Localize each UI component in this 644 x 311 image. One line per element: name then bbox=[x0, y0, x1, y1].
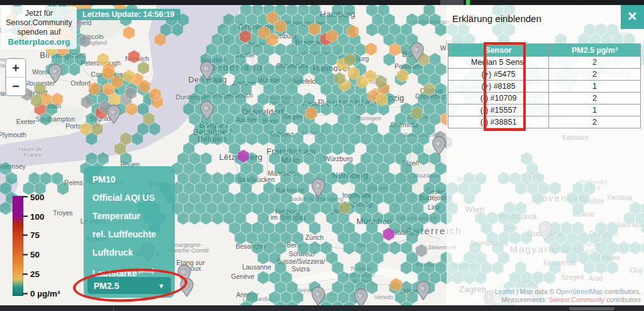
scale-tick-25: 25 bbox=[23, 269, 40, 279]
explanation-panel: Erklärung einblenden ✕ SensorPM2.5 µg/m³… bbox=[447, 5, 644, 305]
bottom-strip-divider bbox=[113, 305, 114, 311]
scale-tick-75: 75 bbox=[23, 230, 40, 240]
donate-line1: Jetzt für bbox=[3, 9, 75, 18]
map-label: Würzburg bbox=[324, 155, 353, 162]
layer-item-luftfeuchte[interactable]: rel. Luftfeuchte bbox=[84, 225, 175, 244]
sensor-table: SensorPM2.5 µg/m³ Median 5 Sens.2(+) #54… bbox=[448, 43, 641, 128]
panel-title-toggle[interactable]: Erklärung einblenden bbox=[452, 13, 541, 24]
window-top-strip bbox=[0, 0, 644, 5]
betterplace-link[interactable]: Betterplace.org bbox=[3, 37, 75, 47]
bottom-strip-handle bbox=[569, 307, 614, 310]
close-icon[interactable]: ✕ bbox=[621, 4, 644, 29]
sensor-community-link[interactable]: Sensor.Community bbox=[549, 296, 605, 303]
window-bottom-strip bbox=[0, 305, 644, 311]
donate-box: Jetzt für Sensor.Community spenden auf B… bbox=[1, 6, 77, 49]
map-label: France bbox=[23, 151, 42, 158]
table-row: (-) #155571 bbox=[448, 105, 641, 116]
map-label: Svizra bbox=[291, 265, 309, 273]
scale-tick-0gm: 0 µg/m³ bbox=[23, 289, 60, 298]
table-row: (-) #107092 bbox=[448, 93, 641, 105]
donate-line2: Sensor.Community bbox=[3, 18, 75, 28]
map-label: Troyes bbox=[53, 209, 73, 217]
leaflet-link[interactable]: Leaflet bbox=[495, 288, 515, 295]
color-scale-gradient-bar bbox=[13, 196, 23, 296]
osm-link[interactable]: OpenStreetMap bbox=[556, 288, 602, 295]
map-label: Veneto bbox=[374, 293, 393, 300]
table-row: Median 5 Sens.2 bbox=[448, 57, 641, 69]
map-pin-icon[interactable] bbox=[417, 281, 430, 300]
last-update-badge: Letztes Update: 14:56:19 bbox=[77, 9, 180, 20]
scale-tick-100: 100 bbox=[23, 212, 45, 221]
layer-item-aqi-us[interactable]: Official AQI US bbox=[84, 189, 175, 207]
zoom-out-button[interactable]: − bbox=[6, 77, 25, 95]
annotation-box-sensor-column bbox=[484, 42, 526, 131]
map-attribution: Leaflet | Map data © OpenStreetMap contr… bbox=[494, 288, 642, 304]
sensor-table-header-1: PM2.5 µg/m³ bbox=[549, 44, 641, 57]
map-label: Oxford bbox=[70, 79, 91, 87]
table-row: (+) #54752 bbox=[448, 69, 641, 81]
attribution-line1: Leaflet | Map data © OpenStreetMap contr… bbox=[495, 288, 641, 296]
scale-tick-50: 50 bbox=[23, 250, 40, 259]
map-label: Genève bbox=[231, 273, 255, 280]
map-label: Lausanne bbox=[242, 263, 271, 271]
top-strip-segment bbox=[440, 0, 464, 5]
top-strip-green-indicator bbox=[466, 0, 470, 5]
scale-tick-500: 500 bbox=[23, 192, 45, 201]
map-pin-icon[interactable] bbox=[355, 289, 367, 307]
layer-item-luftdruck[interactable]: Luftdruck bbox=[84, 244, 175, 262]
map-label: Exeter bbox=[16, 118, 36, 125]
zoom-in-button[interactable]: + bbox=[6, 59, 25, 77]
table-row: (-) #388512 bbox=[448, 116, 641, 128]
attribution-line2: Measurements: Sensor.Community contribut… bbox=[495, 296, 641, 304]
map-label: Plymouth bbox=[0, 131, 26, 139]
layer-item-temperatur[interactable]: Temperatur bbox=[84, 207, 175, 225]
table-row: (+) #81851 bbox=[448, 81, 641, 93]
layer-item-pm10[interactable]: PM10 bbox=[84, 171, 175, 189]
map-zoom-control: + − bbox=[5, 58, 26, 96]
donate-line3: spenden auf bbox=[3, 28, 75, 37]
